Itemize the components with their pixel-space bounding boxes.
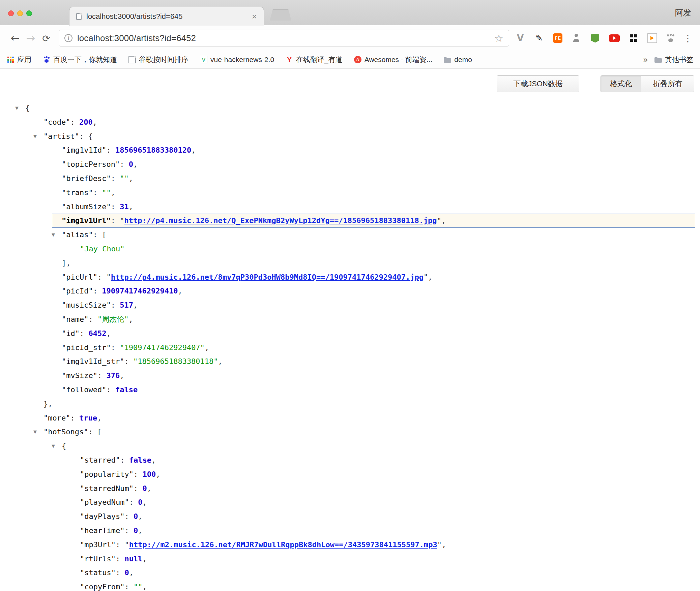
collapse-arrow-icon[interactable] xyxy=(33,129,37,144)
bookmark-item[interactable]: vue-hackernews-2.0 xyxy=(200,56,274,64)
bookmark-item[interactable]: demo xyxy=(444,56,472,64)
json-token: " xyxy=(124,540,129,549)
json-token: , xyxy=(147,484,151,493)
reload-button[interactable] xyxy=(38,32,54,44)
json-token: : xyxy=(93,188,102,197)
json-token: "18569651883380118" xyxy=(133,357,218,366)
collapse-arrow-icon[interactable] xyxy=(52,439,55,453)
url-text[interactable]: localhost:3000/artists?id=6452 xyxy=(77,33,494,43)
json-token: "alias" xyxy=(62,230,93,239)
bookmark-label: 在线翻译_有道 xyxy=(296,55,343,64)
json-line: "rtUrls": null, xyxy=(0,552,700,566)
browser-tab[interactable]: localhost:3000/artists?id=645 × xyxy=(69,7,264,26)
page-info-icon[interactable] xyxy=(64,34,72,42)
json-line: "briefDesc": "", xyxy=(0,172,700,186)
json-line: "Jay Chou" xyxy=(0,242,700,256)
json-token: : xyxy=(120,160,129,168)
json-token: "周杰伦" xyxy=(97,315,129,323)
profile-name[interactable]: 阿发 xyxy=(675,0,691,25)
json-token: 376 xyxy=(106,371,120,380)
json-token: : xyxy=(106,146,115,154)
v-flag-icon[interactable]: V xyxy=(515,33,525,43)
collapse-arrow-icon[interactable] xyxy=(33,425,37,439)
json-token: , xyxy=(106,329,111,338)
shield-icon[interactable] xyxy=(590,33,600,43)
other-bookmarks-folder[interactable]: 其他书签 xyxy=(654,55,693,64)
json-token: : xyxy=(70,414,79,422)
fe-icon[interactable]: FE xyxy=(553,33,562,43)
json-line: "copyFrom": "", xyxy=(0,580,700,591)
json-line: "alias": [ xyxy=(0,228,700,242)
paw-icon[interactable] xyxy=(666,33,676,43)
json-token: ], xyxy=(62,259,71,267)
tab-strip: localhost:3000/artists?id=645 × 阿发 xyxy=(0,0,700,25)
json-line: "mp3Url": "http://m2.music.126.net/RMJR7… xyxy=(0,538,700,552)
json-token: , xyxy=(428,273,432,281)
json-token: , xyxy=(93,118,97,126)
json-token: }, xyxy=(43,400,53,408)
collapse-all-button[interactable]: 折叠所有 xyxy=(641,75,694,92)
page-content: 下载JSON数据 格式化 折叠所有 {"code": 200,"artist":… xyxy=(0,69,700,591)
bookmark-item[interactable]: 谷歌按时间排序 xyxy=(128,55,188,64)
tab-close-icon[interactable]: × xyxy=(252,12,257,21)
json-line: "starredNum": 0, xyxy=(0,481,700,496)
json-token: "img1v1Id_str" xyxy=(62,357,124,366)
bookmark-star-icon[interactable] xyxy=(494,32,503,44)
json-token: : xyxy=(106,385,115,394)
json-token: { xyxy=(25,104,30,112)
apps-grid-icon xyxy=(7,56,14,63)
json-token: , xyxy=(191,146,196,154)
json-line: "img1v1Id": 18569651883380120, xyxy=(0,143,700,157)
person-icon[interactable] xyxy=(571,33,581,43)
window-zoom-button[interactable] xyxy=(26,10,32,16)
json-token: , xyxy=(128,315,133,323)
collapse-arrow-icon[interactable] xyxy=(52,228,55,242)
format-button[interactable]: 格式化 xyxy=(601,75,642,92)
json-view: {"code": 200,"artist": {"img1v1Id": 1856… xyxy=(0,101,700,591)
json-token: , xyxy=(151,456,156,464)
json-line: "popularity": 100, xyxy=(0,467,700,481)
json-line: "id": 6452, xyxy=(0,326,700,341)
json-token: "popularity" xyxy=(80,470,134,478)
json-url-link[interactable]: http://p4.music.126.net/8mv7qP30Pd3oHW8b… xyxy=(111,273,424,281)
json-token: , xyxy=(142,555,147,563)
json-line: "status": 0, xyxy=(0,566,700,580)
bookmark-item[interactable]: 百度一下，你就知道 xyxy=(43,55,117,64)
bookmark-item[interactable]: Awesomes - 前端资... xyxy=(354,55,433,64)
qr-code-icon[interactable] xyxy=(629,33,639,43)
json-token: "picId" xyxy=(62,287,93,295)
json-token: : xyxy=(111,203,120,211)
json-url-link[interactable]: http://p4.music.126.net/Q_ExePNkmgB2yWyL… xyxy=(124,216,437,225)
json-line: "img1v1Id_str": "18569651883380118", xyxy=(0,354,700,369)
collapse-arrow-icon[interactable] xyxy=(15,101,19,115)
bookmarks-overflow-chevron[interactable]: » xyxy=(643,55,648,64)
bookmark-label: Awesomes - 前端资... xyxy=(364,55,433,64)
window-close-button[interactable] xyxy=(8,10,14,16)
youtube-icon[interactable] xyxy=(609,34,620,42)
json-token: : xyxy=(134,484,143,493)
json-token: : xyxy=(116,568,125,577)
back-button[interactable] xyxy=(7,32,23,44)
bookmark-item[interactable]: 应用 xyxy=(7,55,31,64)
download-json-button[interactable]: 下载JSON数据 xyxy=(497,75,579,92)
bookmark-item[interactable]: 在线翻译_有道 xyxy=(286,55,343,64)
folder-icon xyxy=(654,56,662,63)
browser-menu-icon[interactable] xyxy=(683,33,693,44)
player-icon[interactable] xyxy=(647,33,657,43)
bookmark-label: vue-hackernews-2.0 xyxy=(210,56,274,64)
json-line: "musicSize": 517, xyxy=(0,298,700,312)
json-token: "musicSize" xyxy=(62,301,111,309)
window-minimize-button[interactable] xyxy=(17,10,23,16)
json-token: "img1v1Id" xyxy=(62,146,106,154)
address-bar[interactable]: localhost:3000/artists?id=6452 xyxy=(59,30,509,46)
json-token: "" xyxy=(120,174,129,183)
new-tab-button[interactable] xyxy=(270,9,291,21)
json-url-link[interactable]: http://m2.music.126.net/RMJR7wDullRqppBk… xyxy=(129,540,437,549)
json-token: , xyxy=(138,512,142,521)
baidu-icon xyxy=(43,56,50,63)
youdao-pen-icon[interactable]: ✎ xyxy=(534,33,544,43)
forward-button[interactable] xyxy=(23,32,38,44)
json-token: : xyxy=(120,456,129,464)
json-token: , xyxy=(97,414,101,422)
page-icon xyxy=(128,56,136,63)
